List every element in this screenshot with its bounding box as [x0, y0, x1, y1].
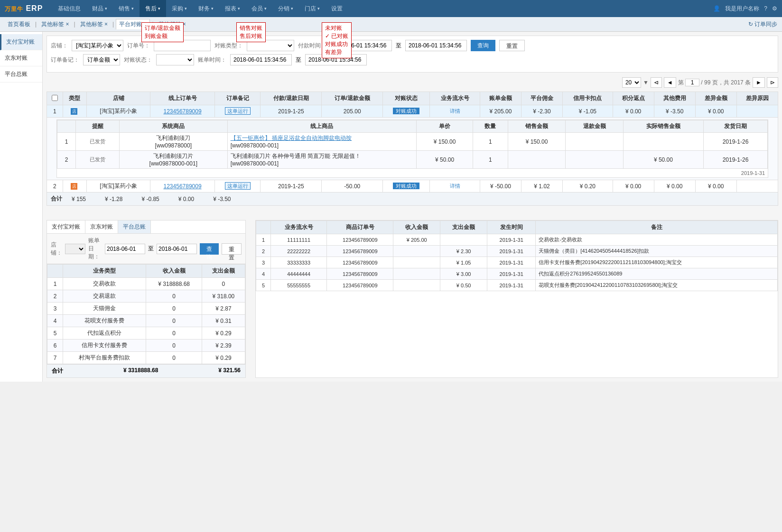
row-order-no[interactable]: 123456789009: [150, 105, 215, 118]
nav-item-member[interactable]: 会员▾: [246, 0, 272, 17]
last-page-btn[interactable]: ⊳: [767, 77, 778, 88]
select-all-checkbox[interactable]: [52, 95, 58, 101]
page-number-input[interactable]: [685, 79, 699, 86]
reset-button[interactable]: 重置: [499, 40, 525, 51]
chevron-down-icon: ▾: [317, 6, 320, 11]
breadcrumb-tab3[interactable]: 其他标签 ×: [156, 19, 189, 29]
sidebar-item-platform[interactable]: 平台总账: [0, 66, 42, 83]
ps-reset-button[interactable]: 重置: [222, 243, 242, 255]
reconcile-time-label: 账单时间：: [198, 56, 226, 64]
sub-th-sys-product: 系统商品: [119, 120, 227, 133]
nav-item-finance[interactable]: 财务▾: [193, 0, 219, 17]
chevron-down-icon: ▾: [238, 6, 240, 11]
breadcrumb-tab-active[interactable]: 平台对账 ×: [116, 19, 150, 29]
th-shop: 店铺: [87, 92, 150, 105]
flow-th-flow-no: 业务流水号: [270, 221, 326, 234]
sidebar: 支付宝对账 京东对账 平台总账: [0, 32, 43, 382]
row-amount: 205.00: [322, 105, 383, 118]
ps-row: 3 天猫佣金 0 ¥ 2.87: [47, 303, 245, 315]
row-date: 2019-1-25: [261, 105, 322, 118]
flow-row: 5 55555555 123456789009 ¥ 0.50 2019-1-31…: [256, 280, 778, 291]
ps-tab-jd[interactable]: 京东对账: [85, 220, 118, 233]
row-commission: ¥ 1.02: [521, 180, 563, 193]
nav-item-settings[interactable]: 设置: [326, 0, 348, 17]
pay-time-to[interactable]: [405, 40, 467, 51]
row-type: 店: [63, 180, 86, 193]
chevron-down-icon: ▾: [185, 6, 187, 11]
sub-row-sys-product: 飞利浦剃须刀片[ww09878000-001]: [119, 151, 227, 169]
nav-item-sales[interactable]: 销售▾: [113, 0, 140, 17]
nav-item-distribution[interactable]: 分销▾: [272, 0, 299, 17]
row-credit: ¥ 0.20: [563, 180, 613, 193]
sub-row-online-product[interactable]: 【五一钜惠价】 插座足浴盆全自动泡脚盆电动按[ww09878000-001]: [227, 133, 416, 151]
nav-items: 基础信息 财品▾ 销售▾ 售后▾ 采购▾ 财务▾ 报表▾ 会员▾ 分销▾ 门店▾…: [52, 0, 713, 17]
sub-th-price: 单价: [417, 120, 473, 133]
search-row-1: 店铺： [淘宝]某药小象 订单号： 对账类型： 付款时间： 至 查询 重置: [51, 40, 774, 51]
sub-th-remind: 提醒: [76, 120, 120, 133]
breadcrumb: 首页看板 | 其他标签 × | 其他标签 × | 平台对账 × | 其他标签 ×…: [0, 17, 782, 32]
content-area: 订单/退款金额 到账金额 销售对账 售后对账 未对账 ✓ 已对账 对账成功 有差…: [43, 32, 782, 382]
sync-button[interactable]: ↻ 订单同步: [748, 20, 777, 28]
nav-item-reports[interactable]: 报表▾: [219, 0, 246, 17]
reconcile-type-label: 对账类型：: [214, 42, 243, 50]
top-nav: 万里牛 ERP 基础信息 财品▾ 销售▾ 售后▾ 采购▾ 财务▾ 报表▾ 会员▾…: [0, 0, 782, 17]
ps-date-to[interactable]: [157, 244, 197, 254]
sidebar-item-jd[interactable]: 京东对账: [0, 50, 42, 66]
username[interactable]: 我是用户名称: [725, 5, 759, 13]
summary-row: 合计 ¥ 155 ¥ -1.28 ¥ -0.85 ¥ 0.00 ¥ -3.50: [47, 193, 778, 206]
nav-item-purchase[interactable]: 采购▾: [166, 0, 193, 17]
breadcrumb-tab1[interactable]: 其他标签 ×: [38, 19, 72, 29]
row-order-no[interactable]: 123456789009: [150, 180, 215, 193]
reconcile-status-select[interactable]: [156, 54, 194, 65]
ps-summary: 合计 ¥ 3318888.68 ¥ 321.56: [47, 364, 245, 377]
sub-row-online-product[interactable]: 飞利浦剃须刀片 各种伸号通用 简直万能 无限超值！[ww09878000-001…: [227, 151, 416, 169]
sub-th-no: [57, 120, 76, 133]
ps-tab-alipay[interactable]: 支付宝对账: [47, 220, 85, 233]
sub-row-refund: [566, 151, 624, 169]
query-button[interactable]: 查询: [471, 40, 495, 51]
pagination-bar: 20 ▼ ⊲ ◄ 第 / 99 页，共 2017 条 ► ⊳: [47, 76, 778, 89]
table-header-row: 类型 店铺 线上订单号 订单备记 付款/退款日期 订单/退款金额 对账状态 业务…: [47, 92, 778, 105]
breadcrumb-tab2[interactable]: 其他标签 ×: [77, 19, 111, 29]
breadcrumb-home[interactable]: 首页看板: [5, 19, 33, 29]
th-points: 积分返点: [613, 92, 654, 105]
sub-th-refund: 退款金额: [566, 120, 624, 133]
logo-text: 万里牛: [5, 6, 23, 12]
shop-select[interactable]: [淘宝]某药小象: [72, 40, 123, 51]
nav-right: 👤 我是用户名称 ? ⚙: [713, 5, 777, 13]
platform-summary-tabs: 支付宝对账 京东对账 平台总账: [47, 220, 245, 234]
order-note-select[interactable]: 订单金额: [83, 54, 120, 65]
order-no-input[interactable]: [154, 40, 211, 51]
first-page-btn[interactable]: ⊲: [651, 77, 662, 88]
page-size-select[interactable]: 20: [622, 77, 641, 88]
row-points: ¥ 0.00: [613, 105, 654, 118]
pay-time-from[interactable]: [330, 40, 392, 51]
sidebar-item-alipay[interactable]: 支付宝对账: [0, 34, 42, 50]
settings-icon[interactable]: ⚙: [772, 5, 777, 12]
row-detail[interactable]: 详情: [430, 180, 480, 193]
ps-date-from[interactable]: [105, 244, 145, 254]
next-page-btn[interactable]: ►: [753, 77, 765, 88]
ps-tab-platform[interactable]: 平台总账: [118, 220, 151, 233]
row-bill: ¥ 205.00: [480, 105, 521, 118]
sub-order-date: 2019-1-31: [57, 169, 768, 177]
row-diff-reason: [736, 105, 778, 118]
reconcile-time-from[interactable]: [230, 54, 292, 65]
sub-row-no: 1: [57, 133, 76, 151]
th-amount: 订单/退款金额: [322, 92, 383, 105]
ps-row: 4 花呗支付服务费 0 ¥ 0.31: [47, 315, 245, 327]
ps-shop-select[interactable]: [65, 244, 85, 254]
row-detail[interactable]: 详情: [430, 105, 480, 118]
prev-page-btn[interactable]: ◄: [664, 77, 676, 88]
nav-item-products[interactable]: 财品▾: [86, 0, 113, 17]
flow-row: 4 44444444 123456789009 ¥ 3.00 2019-1-31…: [256, 268, 778, 280]
nav-item-basic[interactable]: 基础信息: [52, 0, 86, 17]
ps-row: 7 村淘平台服务费扣款 0 ¥ 0.29: [47, 352, 245, 364]
reconcile-type-select[interactable]: [247, 40, 294, 51]
search-row-2: 订单备记： 订单金额 对账状态： 账单时间： 至: [51, 54, 774, 65]
nav-item-aftersale[interactable]: 售后▾: [140, 0, 166, 17]
nav-item-store[interactable]: 门店▾: [299, 0, 326, 17]
help-icon[interactable]: ?: [764, 5, 767, 12]
reconcile-time-to[interactable]: [305, 54, 367, 65]
ps-query-button[interactable]: 查询: [200, 243, 219, 255]
